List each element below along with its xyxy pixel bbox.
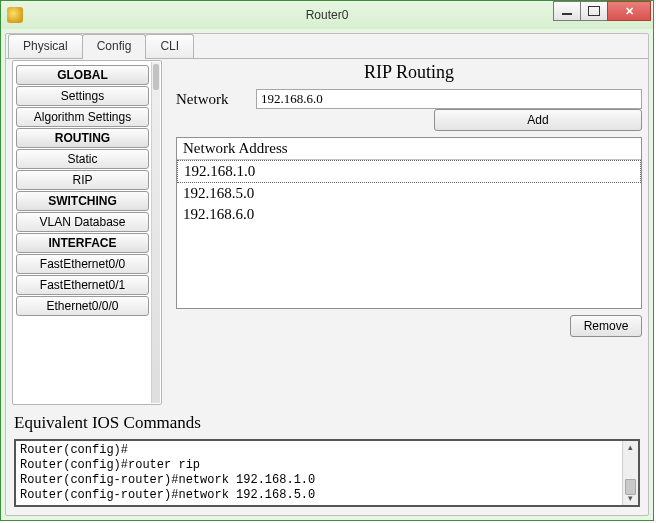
- add-button[interactable]: Add: [434, 109, 642, 131]
- sidebar-header-switching: SWITCHING: [16, 191, 149, 211]
- app-window: Router0 ✕ Physical Config CLI GLOBAL Set…: [0, 0, 654, 521]
- config-body: GLOBAL Settings Algorithm Settings ROUTI…: [12, 60, 642, 405]
- window-controls: ✕: [554, 1, 651, 21]
- tab-config[interactable]: Config: [82, 34, 147, 59]
- sidebar-item-vlan-database[interactable]: VLAN Database: [16, 212, 149, 232]
- sidebar-scrollbar-thumb[interactable]: [153, 64, 159, 90]
- scroll-down-icon[interactable]: ▾: [625, 493, 636, 504]
- maximize-button[interactable]: [580, 1, 608, 21]
- sidebar-header-interface: INTERFACE: [16, 233, 149, 253]
- network-label: Network: [176, 91, 256, 108]
- tab-bar: Physical Config CLI: [6, 34, 648, 59]
- sidebar-item-rip[interactable]: RIP: [16, 170, 149, 190]
- tab-physical[interactable]: Physical: [8, 34, 83, 58]
- remove-button[interactable]: Remove: [570, 315, 642, 337]
- ios-commands-label: Equivalent IOS Commands: [14, 413, 201, 433]
- close-button[interactable]: ✕: [607, 1, 651, 21]
- main-pane: RIP Routing Network Add Network Address …: [176, 60, 642, 405]
- network-list-row[interactable]: 192.168.5.0: [177, 183, 641, 204]
- tab-cli[interactable]: CLI: [145, 34, 194, 58]
- minimize-button[interactable]: [553, 1, 581, 21]
- client-area: Physical Config CLI GLOBAL Settings Algo…: [5, 33, 649, 516]
- network-list-header: Network Address: [177, 138, 641, 160]
- sidebar-header-routing: ROUTING: [16, 128, 149, 148]
- sidebar-item-algorithm-settings[interactable]: Algorithm Settings: [16, 107, 149, 127]
- panel-title: RIP Routing: [176, 62, 642, 83]
- sidebar-item-ethernet-0-0-0[interactable]: Ethernet0/0/0: [16, 296, 149, 316]
- scroll-up-icon[interactable]: ▴: [625, 442, 636, 453]
- network-input[interactable]: [256, 89, 642, 109]
- sidebar-item-settings[interactable]: Settings: [16, 86, 149, 106]
- network-list-row[interactable]: 192.168.6.0: [177, 204, 641, 225]
- sidebar-item-static[interactable]: Static: [16, 149, 149, 169]
- sidebar-item-fastethernet-0-1[interactable]: FastEthernet0/1: [16, 275, 149, 295]
- network-list[interactable]: Network Address 192.168.1.0 192.168.5.0 …: [176, 137, 642, 309]
- ios-scrollbar[interactable]: ▴ ▾: [622, 441, 638, 505]
- ios-commands-box: Router(config)# Router(config)#router ri…: [14, 439, 640, 507]
- ios-commands-text[interactable]: Router(config)# Router(config)#router ri…: [16, 441, 623, 505]
- network-list-row[interactable]: 192.168.1.0: [177, 160, 641, 183]
- titlebar: Router0 ✕: [1, 1, 653, 29]
- sidebar-item-fastethernet-0-0[interactable]: FastEthernet0/0: [16, 254, 149, 274]
- sidebar: GLOBAL Settings Algorithm Settings ROUTI…: [12, 60, 162, 405]
- sidebar-header-global: GLOBAL: [16, 65, 149, 85]
